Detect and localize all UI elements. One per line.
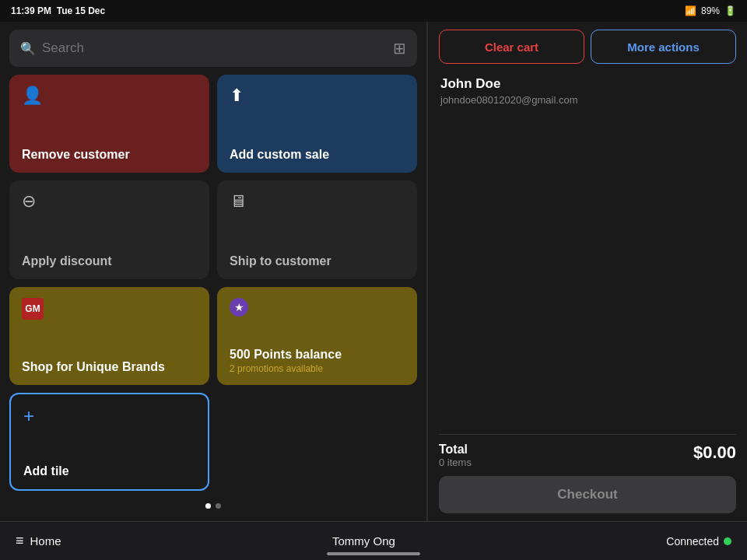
total-section: Total 0 items $0.00 Checkout	[439, 434, 736, 513]
tiles-grid: 👤 Remove customer ⬆ Add custom sale ⊖ Ap…	[9, 75, 417, 491]
page-dot-2	[216, 503, 221, 509]
clear-cart-button[interactable]: Clear cart	[439, 30, 584, 64]
connection-status: Connected	[666, 535, 731, 548]
tile-shop-brands-label: Shop for Unique Brands	[22, 360, 197, 374]
left-panel: 🔍 ⊞ 👤 Remove customer ⬆ Add custom sale …	[0, 22, 426, 521]
barcode-scan-icon[interactable]: ⊞	[393, 39, 406, 58]
search-icon: 🔍	[20, 41, 36, 56]
person-icon: 👤	[22, 86, 43, 106]
wifi-icon: 📶	[685, 5, 696, 16]
star-icon: ★	[230, 298, 248, 317]
battery-indicator: 89%	[701, 5, 720, 16]
battery-icon: 🔋	[724, 5, 736, 16]
status-time-date: 11:39 PM Tue 15 Dec	[11, 5, 105, 16]
status-label: Connected	[666, 535, 719, 548]
customer-name: John Doe	[440, 76, 735, 92]
home-indicator	[327, 552, 420, 555]
tile-add-tile[interactable]: + Add tile	[9, 393, 209, 491]
tile-add-custom-sale-label: Add custom sale	[230, 148, 405, 162]
hamburger-menu-icon[interactable]: ≡	[16, 533, 24, 549]
total-amount: $0.00	[693, 443, 736, 463]
brand-badge: GM	[22, 298, 44, 320]
plus-icon: +	[23, 405, 34, 427]
tile-promotions-text: 2 promotions available	[230, 363, 405, 374]
discount-icon: ⊖	[22, 191, 36, 212]
status-indicators: 📶 89% 🔋	[685, 5, 736, 16]
total-label: Total	[439, 443, 472, 457]
tile-points-balance-label: 500 Points balance	[230, 348, 405, 362]
share-icon: ⬆	[230, 86, 244, 106]
tile-ship-to-customer: 🖥 Ship to customer	[217, 180, 417, 278]
total-info: Total 0 items	[439, 443, 472, 468]
tile-remove-customer[interactable]: 👤 Remove customer	[9, 75, 209, 173]
tile-apply-discount: ⊖ Apply discount	[9, 180, 209, 278]
status-bar: 11:39 PM Tue 15 Dec 📶 89% 🔋	[0, 0, 747, 22]
ship-icon: 🖥	[230, 191, 247, 212]
tile-shop-brands[interactable]: GM Shop for Unique Brands	[9, 287, 209, 385]
more-actions-button[interactable]: More actions	[591, 30, 736, 64]
page-dot-1	[205, 503, 211, 509]
page-dots	[9, 499, 417, 513]
total-items: 0 items	[439, 457, 472, 468]
customer-info: John Doe johndoe08012020@gmail.com	[439, 72, 736, 110]
tile-add-custom-sale[interactable]: ⬆ Add custom sale	[217, 75, 417, 173]
total-row: Total 0 items $0.00	[439, 443, 736, 468]
tile-add-tile-label: Add tile	[23, 464, 195, 478]
status-dot	[724, 537, 731, 545]
checkout-button: Checkout	[439, 476, 736, 513]
search-input[interactable]	[42, 40, 387, 56]
home-label: Home	[30, 534, 61, 548]
main-layout: 🔍 ⊞ 👤 Remove customer ⬆ Add custom sale …	[0, 22, 747, 521]
right-panel: Clear cart More actions John Doe johndoe…	[428, 22, 747, 521]
tile-apply-discount-label: Apply discount	[22, 254, 197, 268]
user-name-label: Tommy Ong	[332, 534, 395, 548]
customer-email: johndoe08012020@gmail.com	[440, 94, 735, 106]
tile-points-balance[interactable]: ★ 500 Points balance 2 promotions availa…	[217, 287, 417, 385]
action-buttons: Clear cart More actions	[439, 30, 736, 64]
home-nav-item[interactable]: ≡ Home	[16, 533, 61, 549]
tile-ship-to-customer-label: Ship to customer	[230, 254, 405, 268]
search-bar[interactable]: 🔍 ⊞	[9, 30, 417, 67]
tile-remove-customer-label: Remove customer	[22, 148, 197, 162]
cart-area	[439, 118, 736, 426]
